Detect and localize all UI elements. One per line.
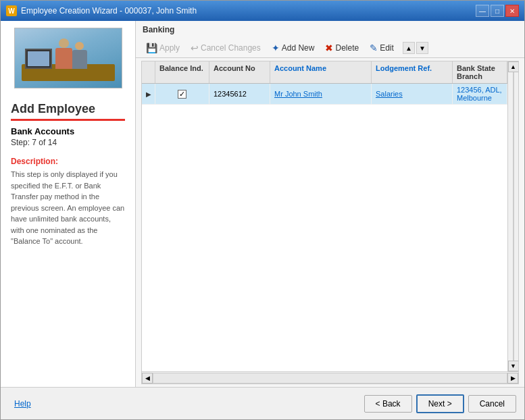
scroll-track (513, 72, 514, 361)
restore-button[interactable]: □ (491, 5, 504, 17)
scroll-down-button[interactable]: ▼ (508, 361, 519, 371)
account-no-cell: 12345612 (209, 84, 270, 104)
close-button[interactable]: ✕ (505, 5, 519, 17)
cancel-button[interactable]: Cancel (468, 395, 516, 413)
section-header: Banking (136, 21, 524, 38)
table-content: Balance Ind. Account No Account Name Lod… (142, 61, 507, 371)
left-info: Add Employee Bank Accounts Step: 7 of 14… (1, 95, 135, 254)
help-button[interactable]: Help (9, 396, 36, 412)
row-indicator: ▶ (142, 84, 155, 104)
window-title: Employee Creation Wizard - 000037, John … (21, 6, 197, 16)
scroll-up-button[interactable]: ▲ (508, 61, 519, 72)
col-account-no: Account No (209, 61, 270, 83)
scroll-right-button[interactable]: ▶ (507, 373, 518, 384)
horizontal-scrollbar: ◀ ▶ (142, 371, 518, 384)
title-bar-buttons: — □ ✕ (476, 5, 519, 17)
vertical-scrollbar[interactable]: ▲ ▼ (507, 61, 518, 371)
move-up-button[interactable]: ▲ (403, 42, 415, 54)
table-header: Balance Ind. Account No Account Name Lod… (142, 61, 507, 84)
cancel-changes-icon: ↩ (191, 43, 199, 53)
bank-state-branch-cell: 123456, ADL, Melbourne (453, 84, 507, 104)
delete-button[interactable]: ✖ Delete (320, 41, 364, 55)
col-lodgement-ref: Lodgement Ref. (372, 61, 453, 83)
table-row[interactable]: ▶ ✓ 12345612 Mr John Smith Salaries (142, 84, 507, 105)
edit-icon: ✎ (370, 43, 378, 53)
description-heading: Description: (11, 157, 125, 166)
left-panel: Add Employee Bank Accounts Step: 7 of 14… (1, 21, 136, 387)
lodgement-ref-cell: Salaries (372, 84, 453, 104)
employee-photo (14, 28, 122, 88)
scroll-left-button[interactable]: ◀ (142, 373, 153, 384)
bank-accounts-label: Bank Accounts (11, 126, 125, 136)
apply-icon: 💾 (146, 43, 157, 53)
col-account-name: Account Name (270, 61, 372, 83)
col-bank-state-branch: Bank State Branch (453, 61, 507, 83)
col-balance-ind: Balance Ind. (155, 61, 209, 83)
table-area: Balance Ind. Account No Account Name Lod… (142, 61, 518, 371)
main-content: Add Employee Bank Accounts Step: 7 of 14… (1, 21, 524, 387)
apply-button[interactable]: 💾 Apply (141, 41, 184, 55)
step-label: Step: 7 of 14 (11, 138, 125, 147)
banking-table: Balance Ind. Account No Account Name Lod… (141, 61, 519, 384)
col-indicator (142, 61, 155, 83)
add-new-icon: ✦ (272, 43, 280, 53)
minimize-button[interactable]: — (476, 5, 489, 17)
move-down-button[interactable]: ▼ (416, 42, 428, 54)
app-icon: W (6, 5, 17, 16)
delete-icon: ✖ (325, 43, 333, 53)
cancel-changes-button[interactable]: ↩ Cancel Changes (186, 41, 266, 55)
add-new-button[interactable]: ✦ Add New (267, 41, 320, 55)
toolbar: 💾 Apply ↩ Cancel Changes ✦ Add New ✖ Del… (136, 38, 524, 58)
back-button[interactable]: < Back (364, 395, 412, 413)
account-name-cell: Mr John Smith (270, 84, 372, 104)
main-window: W Employee Creation Wizard - 000037, Joh… (0, 0, 525, 420)
add-employee-title: Add Employee (11, 102, 125, 121)
balance-ind-checkbox[interactable]: ✓ (178, 90, 186, 99)
description-text: This step is only displayed if you speci… (11, 169, 125, 247)
title-bar: W Employee Creation Wizard - 000037, Joh… (1, 1, 524, 21)
scroll-track-h[interactable] (153, 373, 507, 384)
right-panel: Banking 💾 Apply ↩ Cancel Changes ✦ Add N… (136, 21, 524, 387)
next-button[interactable]: Next > (416, 394, 464, 413)
title-bar-left: W Employee Creation Wizard - 000037, Joh… (6, 5, 197, 16)
edit-button[interactable]: ✎ Edit (365, 41, 399, 55)
footer: Help < Back Next > Cancel (1, 387, 524, 419)
balance-ind-cell: ✓ (155, 84, 209, 104)
